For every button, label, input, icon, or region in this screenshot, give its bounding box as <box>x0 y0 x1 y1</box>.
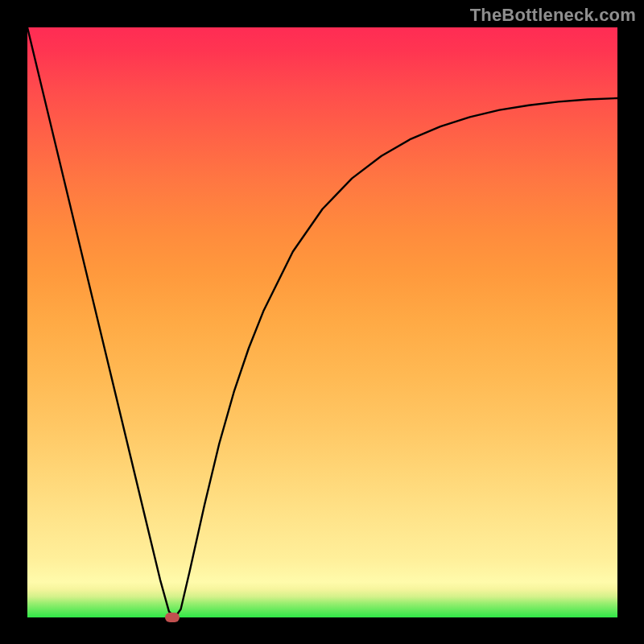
chart-frame: TheBottleneck.com <box>0 0 644 644</box>
watermark-text: TheBottleneck.com <box>470 5 636 26</box>
bottleneck-curve <box>27 27 617 617</box>
optimum-marker <box>165 613 180 622</box>
curve-layer <box>27 27 617 617</box>
plot-area <box>27 27 617 617</box>
